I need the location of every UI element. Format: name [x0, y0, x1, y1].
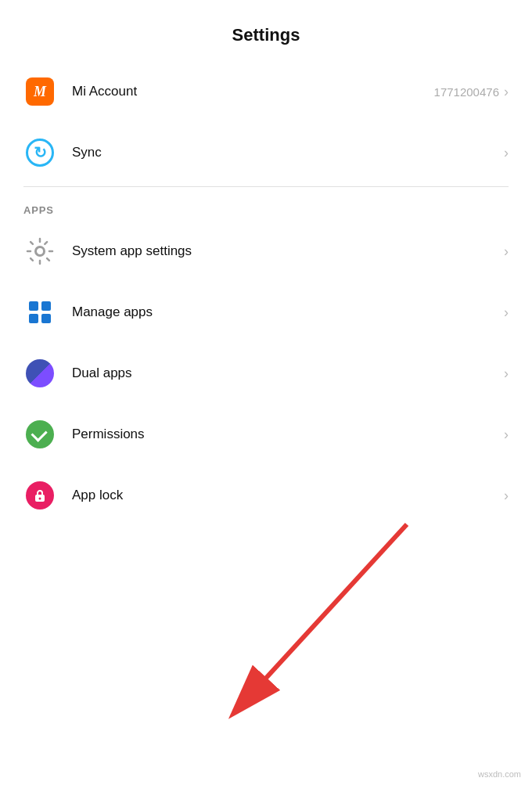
- settings-item-app-lock[interactable]: App lock ›: [0, 465, 532, 526]
- svg-line-4: [235, 524, 407, 712]
- permissions-icon: [23, 418, 56, 451]
- apps-settings-list: System app settings › Manage apps › Dual…: [0, 221, 532, 526]
- page-title: Settings: [0, 0, 532, 61]
- chevron-icon: ›: [504, 84, 509, 100]
- sync-label: Sync: [72, 145, 504, 160]
- dual-apps-icon: [23, 357, 56, 390]
- apps-section-label: APPS: [0, 190, 532, 221]
- settings-item-manage-apps[interactable]: Manage apps ›: [0, 282, 532, 343]
- section-divider: [23, 186, 509, 187]
- settings-item-dual-apps[interactable]: Dual apps ›: [0, 343, 532, 404]
- settings-item-sync[interactable]: Sync ›: [0, 122, 532, 183]
- gear-icon: [23, 235, 56, 268]
- sync-icon: [23, 136, 56, 169]
- grid-icon: [23, 296, 56, 329]
- settings-list: M Mi Account 1771200476 › Sync ›: [0, 61, 532, 183]
- mi-account-value: 1771200476: [434, 85, 499, 99]
- system-app-settings-label: System app settings: [72, 243, 504, 259]
- settings-item-permissions[interactable]: Permissions ›: [0, 404, 532, 465]
- chevron-icon: ›: [504, 427, 509, 443]
- chevron-icon: ›: [504, 145, 509, 161]
- mi-logo-icon: M: [23, 75, 56, 108]
- permissions-label: Permissions: [72, 427, 504, 442]
- mi-account-label: Mi Account: [72, 84, 434, 99]
- app-lock-icon: [23, 479, 56, 512]
- chevron-icon: ›: [504, 365, 509, 382]
- svg-point-2: [39, 498, 41, 500]
- settings-item-mi-account[interactable]: M Mi Account 1771200476 ›: [0, 61, 532, 122]
- manage-apps-label: Manage apps: [72, 304, 504, 320]
- chevron-icon: ›: [504, 243, 509, 260]
- app-lock-label: App lock: [72, 488, 504, 503]
- chevron-icon: ›: [504, 488, 509, 504]
- watermark: wsxdn.com: [478, 769, 521, 779]
- svg-point-0: [36, 247, 45, 256]
- settings-item-system-app-settings[interactable]: System app settings ›: [0, 221, 532, 282]
- dual-apps-label: Dual apps: [72, 365, 504, 381]
- chevron-icon: ›: [504, 304, 509, 321]
